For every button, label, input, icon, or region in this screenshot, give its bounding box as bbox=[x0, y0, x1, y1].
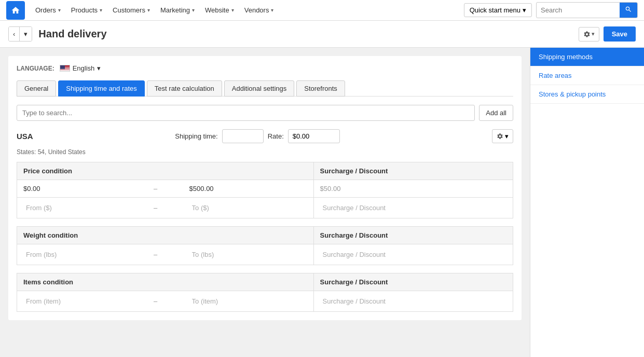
price-to-input-cell bbox=[183, 198, 314, 218]
language-row: LANGUAGE: English ▾ bbox=[17, 64, 513, 72]
shipping-time-row: Shipping time: Rate: bbox=[175, 129, 492, 143]
items-to-input[interactable] bbox=[189, 296, 236, 307]
website-caret-icon: ▾ bbox=[231, 7, 234, 13]
nav-website[interactable]: Website ▾ bbox=[200, 0, 239, 21]
table-row: – bbox=[17, 291, 513, 312]
rate-input[interactable] bbox=[288, 129, 340, 143]
page-header: ‹ ▾ Hand delivery ▾ Save bbox=[0, 21, 644, 48]
usa-gear-dropdown-button[interactable]: ▾ bbox=[492, 129, 513, 143]
tab-general[interactable]: General bbox=[17, 80, 56, 97]
weight-from-input[interactable] bbox=[23, 249, 70, 260]
weight-to-input[interactable] bbox=[189, 249, 236, 260]
search-button[interactable] bbox=[620, 3, 637, 18]
weight-to-input-cell bbox=[183, 244, 314, 265]
usa-section-header: USA Shipping time: Rate: ▾ bbox=[17, 129, 513, 143]
sidebar-item-rate-areas[interactable]: Rate areas bbox=[530, 66, 644, 85]
tab-storefronts[interactable]: Storefronts bbox=[296, 80, 345, 97]
page-title: Hand delivery bbox=[38, 28, 578, 40]
content-panel: LANGUAGE: English ▾ General Shipping tim… bbox=[8, 56, 522, 320]
language-selector[interactable]: English ▾ bbox=[60, 64, 101, 72]
items-from-input-cell bbox=[17, 291, 148, 312]
rate-area-search-input[interactable] bbox=[17, 105, 475, 121]
price-to-input[interactable] bbox=[189, 202, 236, 213]
back-button[interactable]: ‹ bbox=[9, 27, 19, 41]
price-from-input[interactable] bbox=[23, 202, 70, 213]
sidebar-item-shipping-methods[interactable]: Shipping methods bbox=[530, 48, 644, 66]
price-condition-table: Price condition Surcharge / Discount $0.… bbox=[17, 162, 513, 218]
orders-caret-icon: ▾ bbox=[58, 7, 61, 13]
price-dash: – bbox=[147, 180, 183, 198]
weight-condition-table: Weight condition Surcharge / Discount – bbox=[17, 226, 513, 265]
items-from-input[interactable] bbox=[23, 296, 70, 307]
items-condition-header: Items condition bbox=[17, 273, 314, 291]
price-to-value: $500.00 bbox=[183, 180, 314, 198]
home-icon[interactable] bbox=[6, 1, 25, 20]
sidebar-item-stores-pickup[interactable]: Stores & pickup points bbox=[530, 85, 644, 104]
weight-surcharge-header: Surcharge / Discount bbox=[313, 227, 513, 244]
table-row: – bbox=[17, 198, 513, 218]
price-condition-header: Price condition bbox=[17, 162, 314, 180]
tab-additional-settings[interactable]: Additional settings bbox=[224, 80, 295, 97]
weight-condition-header: Weight condition bbox=[17, 227, 314, 244]
price-from-input-cell bbox=[17, 198, 148, 218]
items-condition-table: Items condition Surcharge / Discount – bbox=[17, 273, 513, 312]
search-input[interactable] bbox=[537, 4, 620, 17]
vendors-caret-icon: ▾ bbox=[271, 7, 273, 13]
language-value: English bbox=[73, 64, 95, 72]
back-dropdown-button[interactable]: ▾ bbox=[19, 27, 32, 41]
search-add-row: Add all bbox=[17, 105, 513, 121]
price-surcharge-value: $50.00 bbox=[313, 180, 513, 198]
quick-start-caret-icon: ▾ bbox=[523, 6, 526, 14]
settings-button[interactable]: ▾ bbox=[579, 27, 599, 42]
table-row: – bbox=[17, 244, 513, 265]
shipping-time-label: Shipping time: bbox=[175, 132, 217, 140]
save-button[interactable]: Save bbox=[604, 26, 636, 42]
items-dash: – bbox=[147, 291, 183, 312]
price-surcharge-input[interactable] bbox=[320, 202, 398, 213]
usa-title: USA bbox=[17, 132, 175, 141]
customers-caret-icon: ▾ bbox=[147, 7, 150, 13]
price-surcharge-header: Surcharge / Discount bbox=[313, 162, 513, 180]
weight-from-input-cell bbox=[17, 244, 148, 265]
rate-label: Rate: bbox=[268, 132, 284, 140]
table-row: $0.00 – $500.00 $50.00 bbox=[17, 180, 513, 198]
language-caret-icon: ▾ bbox=[97, 64, 101, 72]
nav-products[interactable]: Products ▾ bbox=[66, 0, 107, 21]
shipping-time-input[interactable] bbox=[222, 129, 264, 143]
add-all-button[interactable]: Add all bbox=[479, 105, 513, 121]
sidebar: Shipping methods Rate areas Stores & pic… bbox=[530, 48, 644, 357]
nav-customers[interactable]: Customers ▾ bbox=[107, 0, 155, 21]
products-caret-icon: ▾ bbox=[100, 7, 102, 13]
marketing-caret-icon: ▾ bbox=[192, 7, 195, 13]
tabs: General Shipping time and rates Test rat… bbox=[17, 80, 513, 97]
nav-marketing[interactable]: Marketing ▾ bbox=[155, 0, 200, 21]
navbar: Orders ▾ Products ▾ Customers ▾ Marketin… bbox=[0, 0, 644, 21]
price-surcharge-input-cell bbox=[313, 198, 513, 218]
usa-gear-caret-icon: ▾ bbox=[505, 132, 509, 140]
price-from-value: $0.00 bbox=[17, 180, 148, 198]
price-dash-2: – bbox=[147, 198, 183, 218]
tab-test-rate[interactable]: Test rate calculation bbox=[147, 80, 222, 97]
back-btn-group: ‹ ▾ bbox=[8, 26, 32, 42]
search-box bbox=[536, 2, 638, 18]
weight-surcharge-input[interactable] bbox=[320, 249, 398, 260]
nav-vendors[interactable]: Vendors ▾ bbox=[239, 0, 279, 21]
weight-surcharge-input-cell bbox=[313, 244, 513, 265]
nav-orders[interactable]: Orders ▾ bbox=[30, 0, 66, 21]
quick-start-button[interactable]: Quick start menu ▾ bbox=[464, 3, 532, 17]
flag-icon bbox=[60, 65, 70, 72]
settings-caret-icon: ▾ bbox=[592, 31, 595, 37]
items-surcharge-input[interactable] bbox=[320, 296, 398, 307]
content-area: LANGUAGE: English ▾ General Shipping tim… bbox=[0, 48, 530, 357]
items-to-input-cell bbox=[183, 291, 314, 312]
weight-dash: – bbox=[147, 244, 183, 265]
items-surcharge-input-cell bbox=[313, 291, 513, 312]
states-info: States: 54, United States bbox=[17, 148, 513, 156]
language-label: LANGUAGE: bbox=[17, 65, 54, 72]
items-surcharge-header: Surcharge / Discount bbox=[313, 273, 513, 291]
tab-shipping-time-rates[interactable]: Shipping time and rates bbox=[58, 80, 145, 97]
